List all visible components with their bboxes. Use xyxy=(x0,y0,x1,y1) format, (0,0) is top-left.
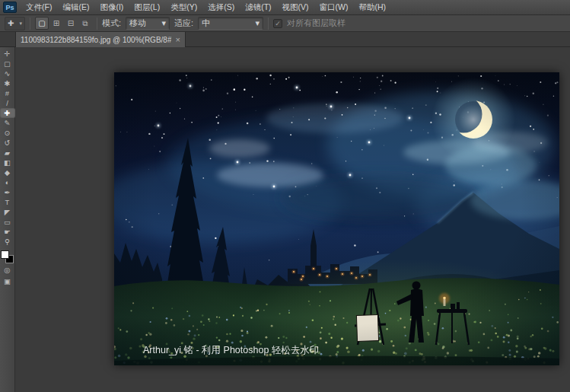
brush-tool[interactable]: ✎ xyxy=(0,118,15,128)
add-selection-icon[interactable]: ⊞ xyxy=(49,17,63,30)
document-tab[interactable]: 1100983122b884159fo.jpg @ 100%(RGB/8#) × xyxy=(15,32,186,47)
menu-item-4[interactable]: 图层(L) xyxy=(129,0,165,14)
document-window[interactable]: Arthur_yi 铭 - 利用 Photoshop 轻松去水印 xyxy=(114,72,559,365)
tab-bar: 1100983122b884159fo.jpg @ 100%(RGB/8#) × xyxy=(0,32,570,47)
vignette xyxy=(114,72,559,365)
chevron-down-icon: ▾ xyxy=(161,18,166,28)
divider xyxy=(30,18,30,30)
dodge-tool[interactable]: ◐ xyxy=(0,177,15,187)
photoshop-logo: Ps xyxy=(3,2,17,13)
healing-brush-tool[interactable]: ✚ xyxy=(0,108,15,118)
new-selection-icon[interactable]: ▢ xyxy=(35,17,49,30)
zoom-tool[interactable]: ⚲ xyxy=(0,237,15,247)
color-swatches xyxy=(1,250,14,263)
rectangular-marquee-tool[interactable]: ▢ xyxy=(0,59,15,69)
current-tool-icon: ✚ xyxy=(8,19,14,27)
canvas-area[interactable]: Arthur_yi 铭 - 利用 Photoshop 轻松去水印 xyxy=(15,47,570,392)
adaptation-dropdown[interactable]: 中 ▾ xyxy=(198,17,263,30)
menu-item-2[interactable]: 编辑(E) xyxy=(57,0,94,14)
tab-close-icon[interactable]: × xyxy=(171,35,180,44)
document-image[interactable]: Arthur_yi 铭 - 利用 Photoshop 轻松去水印 xyxy=(114,72,559,365)
crop-tool[interactable]: # xyxy=(0,88,15,98)
blur-tool[interactable]: ◆ xyxy=(0,167,15,177)
mode-label: 模式: xyxy=(102,18,121,29)
shape-tool[interactable]: ▭ xyxy=(0,217,15,227)
screen-mode-button[interactable]: ▣ xyxy=(0,276,15,286)
divider xyxy=(97,18,97,30)
lasso-tool[interactable]: ∿ xyxy=(0,69,15,78)
menu-item-6[interactable]: 选择(S) xyxy=(202,0,240,14)
divider xyxy=(268,18,269,30)
path-selection-tool[interactable]: ◤ xyxy=(0,207,15,217)
options-bar: ✚ ▾ ▢⊞⊟⧉ 模式: 移动 ▾ 适应: 中 ▾ ✓ 对所有图层取样 xyxy=(0,15,570,32)
menu-item-8[interactable]: 视图(V) xyxy=(277,0,314,14)
type-tool[interactable]: T xyxy=(0,197,15,207)
menu-item-9[interactable]: 窗口(W) xyxy=(314,0,354,14)
menu-item-7[interactable]: 滤镜(T) xyxy=(240,0,276,14)
menu-item-10[interactable]: 帮助(H) xyxy=(354,0,392,14)
intersect-selection-icon[interactable]: ⧉ xyxy=(78,17,92,30)
mode-dropdown[interactable]: 移动 ▾ xyxy=(126,17,170,30)
quick-mask-button[interactable]: ◎ xyxy=(0,265,15,275)
chevron-down-icon: ▾ xyxy=(256,18,260,28)
quick-selection-tool[interactable]: ✱ xyxy=(0,78,15,88)
mode-value: 移动 xyxy=(129,18,146,29)
eraser-tool[interactable]: ▰ xyxy=(0,148,15,158)
gradient-tool[interactable]: ◧ xyxy=(0,158,15,167)
menu-item-3[interactable]: 图像(I) xyxy=(94,0,129,14)
menu-item-1[interactable]: 文件(F) xyxy=(21,0,57,14)
menu-item-5[interactable]: 类型(Y) xyxy=(165,0,202,14)
tool-list: ✛▢∿✱#/✚✎⊙↺▰◧◆◐✒T◤▭☛⚲ xyxy=(0,49,15,247)
selection-modes: ▢⊞⊟⧉ xyxy=(35,17,92,30)
menu-items: 文件(F)编辑(E)图像(I)图层(L)类型(Y)选择(S)滤镜(T)视图(V)… xyxy=(21,0,391,14)
pen-tool[interactable]: ✒ xyxy=(0,187,15,197)
hand-tool[interactable]: ☛ xyxy=(0,227,15,237)
sample-all-layers-label: 对所有图层取样 xyxy=(287,18,346,29)
tools-panel: ✛▢∿✱#/✚✎⊙↺▰◧◆◐✒T◤▭☛⚲ ◎ ▣ xyxy=(0,47,15,392)
foreground-color-swatch[interactable] xyxy=(1,250,9,259)
eyedropper-tool[interactable]: / xyxy=(0,98,15,108)
clone-stamp-tool[interactable]: ⊙ xyxy=(0,128,15,138)
tool-preset-picker[interactable]: ✚ ▾ xyxy=(5,17,25,30)
subtract-selection-icon[interactable]: ⊟ xyxy=(64,17,78,30)
document-tab-title: 1100983122b884159fo.jpg @ 100%(RGB/8#) xyxy=(21,36,171,44)
history-brush-tool[interactable]: ↺ xyxy=(0,138,15,148)
watermark-text: Arthur_yi 铭 - 利用 Photoshop 轻松去水印 xyxy=(143,345,319,355)
menu-bar: Ps 文件(F)编辑(E)图像(I)图层(L)类型(Y)选择(S)滤镜(T)视图… xyxy=(0,0,570,15)
sample-all-layers-checkbox[interactable]: ✓ xyxy=(273,19,282,28)
chevron-down-icon: ▾ xyxy=(19,21,22,27)
adaptation-value: 中 xyxy=(202,18,210,29)
move-tool[interactable]: ✛ xyxy=(0,49,15,59)
adaptation-label: 适应: xyxy=(174,18,193,29)
